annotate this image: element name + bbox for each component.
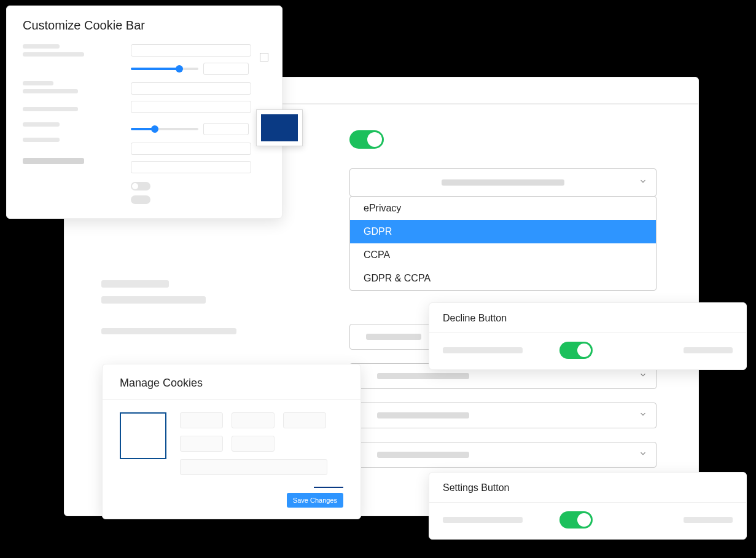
layout-option-tile[interactable]: [232, 436, 275, 452]
customize-input[interactable]: [131, 143, 251, 155]
layout-option-tile[interactable]: [232, 412, 275, 428]
layout-wide-input[interactable]: [180, 459, 327, 475]
layout-options-row-1: [180, 412, 343, 428]
manage-cookies-card: Manage Cookies Save Changes: [102, 364, 361, 519]
sidebar-placeholder: [101, 280, 169, 288]
customize-input[interactable]: [131, 82, 251, 95]
toggle-knob: [367, 132, 382, 147]
customize-mini-pill[interactable]: [131, 195, 150, 204]
select-placeholder: [442, 179, 564, 186]
chevron-down-icon: [639, 371, 647, 382]
sidebar-placeholder: [23, 52, 84, 57]
settings-toggle[interactable]: [559, 511, 593, 529]
main-right-column: ePrivacy GDPR CCPA GDPR & CCPA: [349, 130, 657, 468]
settings-field-1[interactable]: [349, 324, 432, 350]
decline-button-card: Decline Button: [429, 302, 747, 370]
main-left-sidebar: [101, 280, 261, 343]
decline-label-placeholder: [443, 347, 523, 353]
chevron-down-icon: [639, 177, 647, 188]
customize-input[interactable]: [131, 161, 251, 173]
sidebar-placeholder: [101, 296, 206, 304]
dropdown-option-ccpa[interactable]: CCPA: [350, 243, 656, 267]
opacity-slider-1[interactable]: [131, 68, 198, 70]
sidebar-placeholder: [23, 138, 60, 142]
settings-button-card: Settings Button: [429, 472, 747, 540]
customize-cookie-bar-card: Customize Cookie Bar: [6, 6, 283, 219]
manage-tab-underline: [314, 487, 343, 488]
field-placeholder: [377, 452, 469, 458]
dropdown-option-gdpr[interactable]: GDPR: [350, 220, 656, 243]
field-placeholder: [377, 373, 469, 379]
toggle-knob: [577, 344, 591, 357]
opacity-slider-2[interactable]: [131, 128, 198, 130]
customize-checkbox[interactable]: [260, 53, 268, 61]
field-placeholder: [366, 334, 421, 340]
color-swatch-popover[interactable]: [256, 109, 303, 146]
decline-row: [429, 333, 746, 367]
decline-value-placeholder: [684, 347, 733, 353]
customize-mini-toggle[interactable]: [131, 182, 150, 191]
field-placeholder: [377, 412, 469, 418]
layout-option-tile[interactable]: [180, 436, 223, 452]
customize-input[interactable]: [131, 101, 251, 113]
decline-toggle[interactable]: [559, 342, 593, 359]
main-enable-toggle[interactable]: [349, 130, 384, 149]
layout-option-tile[interactable]: [180, 412, 223, 428]
settings-field-4[interactable]: [349, 442, 657, 468]
slider-thumb[interactable]: [151, 125, 158, 133]
sidebar-placeholder: [23, 107, 78, 111]
sidebar-placeholder: [23, 81, 53, 85]
slider-value-input[interactable]: [203, 63, 249, 75]
slider-value-input[interactable]: [203, 123, 249, 135]
chevron-down-icon: [639, 449, 647, 460]
sidebar-placeholder: [23, 44, 60, 49]
sidebar-placeholder: [101, 328, 236, 334]
selected-layout-thumbnail[interactable]: [120, 412, 166, 459]
dropdown-option-gdpr-ccpa[interactable]: GDPR & CCPA: [350, 267, 656, 290]
settings-row: [429, 503, 746, 537]
toggle-knob: [577, 513, 591, 527]
customize-title: Customize Cookie Bar: [23, 18, 282, 33]
sidebar-placeholder: [23, 89, 78, 93]
sidebar-placeholder: [23, 158, 84, 164]
chevron-down-icon: [639, 410, 647, 421]
settings-title: Settings Button: [443, 482, 746, 493]
settings-field-3[interactable]: [349, 403, 657, 428]
layout-options-row-2: [180, 436, 343, 452]
compliance-select[interactable]: [349, 168, 657, 197]
save-changes-button[interactable]: Save Changes: [287, 493, 343, 508]
customize-controls: [131, 44, 260, 204]
customize-input[interactable]: [131, 44, 251, 57]
manage-title: Manage Cookies: [120, 377, 360, 390]
customize-sidebar: [23, 44, 96, 168]
compliance-dropdown-panel: ePrivacy GDPR CCPA GDPR & CCPA: [349, 196, 657, 291]
layout-option-tile[interactable]: [283, 412, 326, 428]
dropdown-option-eprivacy[interactable]: ePrivacy: [350, 197, 656, 220]
sidebar-placeholder: [23, 122, 60, 127]
color-swatch: [261, 114, 298, 141]
settings-value-placeholder: [684, 517, 733, 523]
slider-fill: [131, 68, 179, 70]
settings-label-placeholder: [443, 517, 523, 523]
slider-thumb[interactable]: [176, 65, 183, 73]
decline-title: Decline Button: [443, 313, 746, 324]
